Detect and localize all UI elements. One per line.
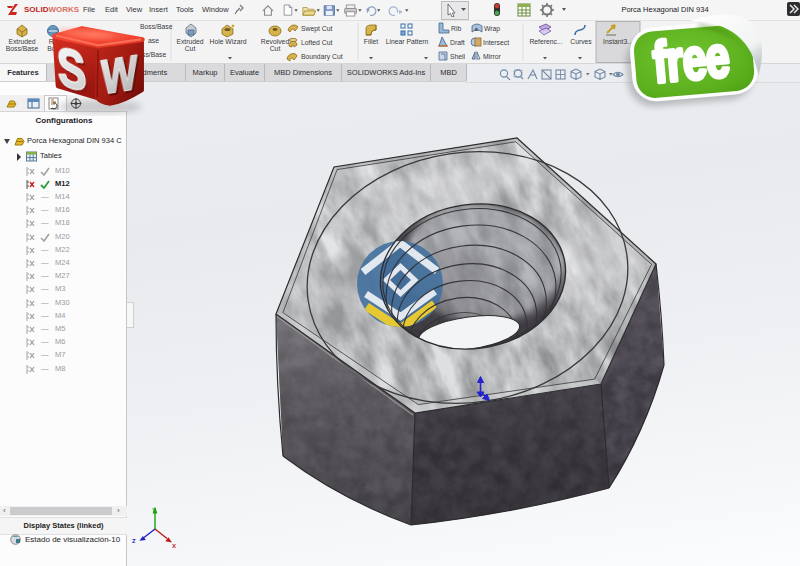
svg-text:W: W <box>101 45 139 104</box>
svg-text:S: S <box>55 34 88 103</box>
svg-text:Z: Z <box>132 538 136 544</box>
svg-text:Y: Y <box>152 507 156 513</box>
svg-text:free: free <box>650 24 731 95</box>
svg-text:X: X <box>172 543 176 549</box>
